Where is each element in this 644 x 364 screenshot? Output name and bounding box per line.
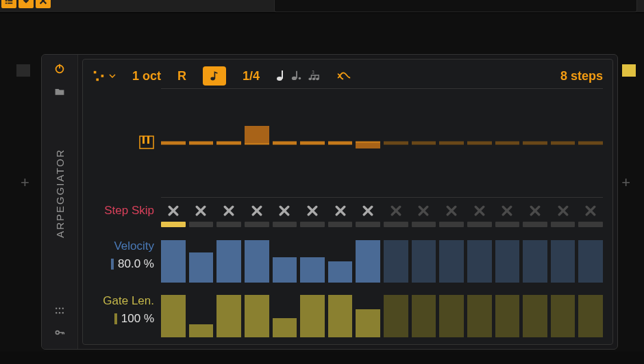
pitch-step[interactable] <box>495 109 520 177</box>
gate-step[interactable] <box>300 295 325 337</box>
step-marker[interactable] <box>300 222 325 227</box>
octave-range-control[interactable]: 1 oct <box>132 69 161 83</box>
velocity-step[interactable] <box>189 252 214 283</box>
pitch-step[interactable] <box>578 109 603 177</box>
device-power-button[interactable] <box>53 62 66 75</box>
pitch-step[interactable] <box>467 109 492 177</box>
add-device-after-button[interactable]: + <box>621 174 630 192</box>
step-marker[interactable] <box>578 222 603 227</box>
pitch-step[interactable] <box>384 109 408 177</box>
step-skip-toggle[interactable] <box>300 205 325 216</box>
velocity-step[interactable] <box>356 240 380 283</box>
step-marker[interactable] <box>523 222 547 227</box>
step-marker[interactable] <box>328 222 353 227</box>
gate-step[interactable] <box>328 295 353 337</box>
velocity-step[interactable] <box>495 240 520 283</box>
toolbar-down-button[interactable] <box>18 0 34 8</box>
step-skip-toggle[interactable] <box>495 205 520 216</box>
step-marker[interactable] <box>412 222 436 227</box>
triplet-note-button[interactable]: 3 <box>308 69 320 83</box>
search-field[interactable] <box>274 0 637 12</box>
step-marker[interactable] <box>161 222 186 227</box>
velocity-step[interactable] <box>328 261 353 283</box>
velocity-step[interactable] <box>384 240 408 283</box>
pitch-step[interactable] <box>356 109 380 177</box>
pitch-step[interactable] <box>216 109 241 177</box>
velocity-step[interactable] <box>216 240 241 283</box>
rate-mode-label[interactable]: R <box>177 69 186 83</box>
velocity-step[interactable] <box>412 240 436 283</box>
pitch-step[interactable] <box>551 109 575 177</box>
rate-division-control[interactable]: 1/4 <box>243 69 260 83</box>
step-marker[interactable] <box>495 222 520 227</box>
gate-step[interactable] <box>523 295 547 337</box>
velocity-step[interactable] <box>467 240 492 283</box>
step-skip-toggle[interactable] <box>328 205 353 216</box>
gate-value[interactable]: 100 % <box>121 312 154 326</box>
pitch-step[interactable] <box>523 109 547 177</box>
velocity-step[interactable] <box>578 240 603 283</box>
step-skip-toggle[interactable] <box>245 205 269 216</box>
gate-step[interactable] <box>161 295 186 337</box>
device-preset-button[interactable] <box>53 85 66 99</box>
step-marker[interactable] <box>273 222 297 227</box>
gate-step[interactable] <box>356 309 380 337</box>
step-skip-toggle[interactable] <box>216 205 241 216</box>
gate-step[interactable] <box>412 295 436 337</box>
retrigger-mode-button[interactable] <box>336 70 351 83</box>
toolbar-close-button[interactable] <box>36 0 51 8</box>
step-skip-toggle[interactable] <box>412 205 436 216</box>
step-skip-toggle[interactable] <box>189 205 214 216</box>
gate-step[interactable] <box>245 295 269 337</box>
velocity-step[interactable] <box>300 257 325 283</box>
step-skip-toggle[interactable] <box>551 205 575 216</box>
gate-step[interactable] <box>551 295 575 337</box>
straight-note-button[interactable] <box>276 69 286 83</box>
velocity-step[interactable] <box>439 240 464 283</box>
pitch-step[interactable] <box>273 109 297 177</box>
pitch-step[interactable] <box>439 109 464 177</box>
pitch-step[interactable] <box>328 109 353 177</box>
step-marker[interactable] <box>551 222 575 227</box>
velocity-step[interactable] <box>551 240 575 283</box>
pitch-step[interactable] <box>412 109 436 177</box>
gate-step[interactable] <box>467 295 492 337</box>
velocity-step[interactable] <box>273 257 297 283</box>
rate-note-button[interactable] <box>203 66 226 86</box>
step-marker[interactable] <box>189 222 214 227</box>
step-marker[interactable] <box>467 222 492 227</box>
step-skip-toggle[interactable] <box>578 205 603 216</box>
step-marker[interactable] <box>356 222 380 227</box>
step-skip-toggle[interactable] <box>384 205 408 216</box>
step-marker[interactable] <box>245 222 269 227</box>
step-skip-toggle[interactable] <box>273 205 297 216</box>
step-skip-toggle[interactable] <box>161 205 186 216</box>
add-device-before-button[interactable]: + <box>21 174 29 192</box>
gate-step[interactable] <box>439 295 464 337</box>
step-marker[interactable] <box>439 222 464 227</box>
gate-step[interactable] <box>384 295 408 337</box>
device-modulators-button[interactable] <box>53 304 66 317</box>
step-skip-toggle[interactable] <box>467 205 492 216</box>
gate-step[interactable] <box>216 295 241 337</box>
step-count-control[interactable]: 8 steps <box>560 69 603 83</box>
step-skip-toggle[interactable] <box>356 205 380 216</box>
pitch-step[interactable] <box>245 109 269 177</box>
step-marker[interactable] <box>216 222 241 227</box>
pitch-step[interactable] <box>161 109 186 177</box>
velocity-step[interactable] <box>245 240 269 283</box>
gate-step[interactable] <box>578 295 603 337</box>
velocity-step[interactable] <box>161 240 186 283</box>
pitch-step[interactable] <box>189 109 214 177</box>
gate-step[interactable] <box>189 324 214 337</box>
step-skip-toggle[interactable] <box>523 205 547 216</box>
pattern-mode-menu[interactable] <box>92 70 116 82</box>
step-marker[interactable] <box>384 222 408 227</box>
toolbar-list-button[interactable] <box>1 0 16 8</box>
dotted-note-button[interactable] <box>291 69 302 83</box>
velocity-step[interactable] <box>523 240 547 283</box>
pitch-step[interactable] <box>300 109 325 177</box>
velocity-value[interactable]: 80.0 % <box>118 257 154 271</box>
gate-step[interactable] <box>273 318 297 337</box>
step-skip-toggle[interactable] <box>439 205 464 216</box>
